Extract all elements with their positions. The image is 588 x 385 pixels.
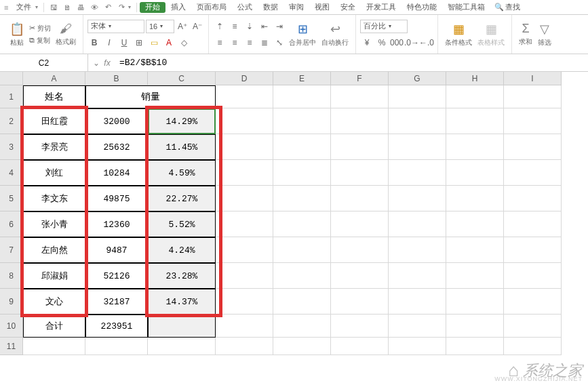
cell[interactable] xyxy=(273,237,331,263)
comma-icon[interactable]: 000 xyxy=(390,36,404,49)
cell[interactable] xyxy=(331,211,389,237)
cell[interactable] xyxy=(389,108,446,134)
cell[interactable] xyxy=(273,134,331,160)
save-as-icon[interactable]: 🗎 xyxy=(62,2,73,13)
cell[interactable] xyxy=(273,160,331,186)
paste-button[interactable]: 📋 粘贴 xyxy=(7,17,27,52)
select-all-corner[interactable] xyxy=(0,72,23,85)
cell[interactable] xyxy=(216,134,273,160)
cell[interactable] xyxy=(273,85,331,108)
col-header-h[interactable]: H xyxy=(446,72,504,85)
cell-sales[interactable]: 32187 xyxy=(85,289,148,315)
row-header[interactable]: 9 xyxy=(0,289,23,315)
cell[interactable] xyxy=(331,85,389,108)
row-header[interactable]: 2 xyxy=(0,108,23,134)
row-header[interactable]: 6 xyxy=(0,211,23,237)
percent-icon[interactable]: % xyxy=(375,36,389,49)
redo-icon[interactable]: ↷ xyxy=(116,2,127,13)
bold-icon[interactable]: B xyxy=(87,36,101,49)
cell-sales[interactable]: 49875 xyxy=(85,186,148,211)
cell[interactable] xyxy=(216,160,273,186)
col-header-f[interactable]: F xyxy=(331,72,389,85)
cell-name[interactable]: 李景亮 xyxy=(23,134,85,160)
cell[interactable] xyxy=(504,108,562,134)
cell[interactable] xyxy=(216,289,273,315)
cell-sales[interactable]: 12360 xyxy=(85,211,148,237)
conditional-format-button[interactable]: ▦条件格式 xyxy=(442,17,475,52)
print-icon[interactable]: 🖶 xyxy=(75,2,86,13)
cell-name[interactable]: 李文东 xyxy=(23,186,85,211)
cell[interactable] xyxy=(216,211,273,237)
cell-name[interactable]: 田红霞 xyxy=(23,108,85,134)
table-format-button[interactable]: ▦表格样式 xyxy=(475,17,507,52)
cell[interactable] xyxy=(273,289,331,315)
qat-caret-icon[interactable]: ▾ xyxy=(128,4,134,10)
cell[interactable] xyxy=(389,263,446,289)
cell[interactable] xyxy=(389,160,446,186)
cell[interactable] xyxy=(331,237,389,263)
cell[interactable] xyxy=(273,263,331,289)
cell-empty[interactable] xyxy=(148,315,216,338)
cell[interactable] xyxy=(446,338,504,355)
cell[interactable] xyxy=(216,85,273,108)
cell[interactable] xyxy=(273,315,331,338)
filter-button[interactable]: ▽筛选 xyxy=(535,17,554,52)
tab-home[interactable]: 开始 xyxy=(140,2,165,13)
cell[interactable] xyxy=(23,338,85,355)
cell[interactable] xyxy=(331,160,389,186)
cell-sales[interactable]: 32000 xyxy=(85,108,148,134)
app-menu-icon[interactable]: ≡ xyxy=(0,3,12,12)
decrease-decimal-icon[interactable]: ←.0 xyxy=(420,36,433,49)
cell-name[interactable]: 邱淑娟 xyxy=(23,263,85,289)
cell-pct[interactable]: 22.27% xyxy=(148,186,216,211)
formula-input[interactable]: =B2/$B$10 xyxy=(115,58,588,68)
col-header-d[interactable]: D xyxy=(216,72,273,85)
cell[interactable] xyxy=(389,186,446,211)
indent-increase-icon[interactable]: ⇥ xyxy=(273,20,286,33)
cell[interactable] xyxy=(446,315,504,338)
align-middle-icon[interactable]: ≡ xyxy=(228,20,241,33)
cell-pct[interactable]: 14.37% xyxy=(148,289,216,315)
cell[interactable] xyxy=(85,338,148,355)
row-header[interactable]: 5 xyxy=(0,186,23,211)
cell[interactable] xyxy=(331,108,389,134)
cell[interactable] xyxy=(504,85,562,108)
col-header-a[interactable]: A xyxy=(23,72,85,85)
col-header-i[interactable]: I xyxy=(504,72,562,85)
cell-name[interactable]: 左向然 xyxy=(23,237,85,263)
header-sales[interactable]: 销量 xyxy=(85,85,216,108)
cell-sales[interactable]: 9487 xyxy=(85,237,148,263)
row-header[interactable]: 7 xyxy=(0,237,23,263)
align-left-icon[interactable]: ≡ xyxy=(213,36,227,49)
decrease-font-icon[interactable]: A⁻ xyxy=(191,20,204,33)
cell[interactable] xyxy=(216,108,273,134)
number-format-combo[interactable]: 百分比▾ xyxy=(360,20,408,33)
cell[interactable] xyxy=(389,211,446,237)
align-top-icon[interactable]: ⇡ xyxy=(213,20,227,33)
cell-pct[interactable]: 5.52% xyxy=(148,211,216,237)
cell-pct[interactable]: 14.29% xyxy=(148,108,216,134)
cell[interactable] xyxy=(331,315,389,338)
cell[interactable] xyxy=(504,289,562,315)
cell-name[interactable]: 文心 xyxy=(23,289,85,315)
cell[interactable] xyxy=(273,338,331,355)
tab-data[interactable]: 数据 xyxy=(258,0,283,15)
save-icon[interactable]: 🖫 xyxy=(48,2,59,13)
col-header-c[interactable]: C xyxy=(148,72,216,85)
cell[interactable] xyxy=(331,338,389,355)
sum-button[interactable]: Σ求和 xyxy=(516,17,535,52)
currency-icon[interactable]: ¥ xyxy=(360,36,374,49)
cell[interactable] xyxy=(331,186,389,211)
cell[interactable] xyxy=(446,160,504,186)
cell[interactable] xyxy=(446,108,504,134)
cell-sales[interactable]: 25632 xyxy=(85,134,148,160)
cell[interactable] xyxy=(446,134,504,160)
cell[interactable] xyxy=(389,85,446,108)
cell-sales[interactable]: 52126 xyxy=(85,263,148,289)
indent-decrease-icon[interactable]: ⇤ xyxy=(258,20,271,33)
cell[interactable] xyxy=(389,289,446,315)
font-color-icon[interactable]: A xyxy=(162,36,176,49)
cell[interactable] xyxy=(504,315,562,338)
font-name-combo[interactable]: 宋体▾ xyxy=(87,20,144,33)
wrap-text-button[interactable]: ↩自动换行 xyxy=(319,17,351,52)
